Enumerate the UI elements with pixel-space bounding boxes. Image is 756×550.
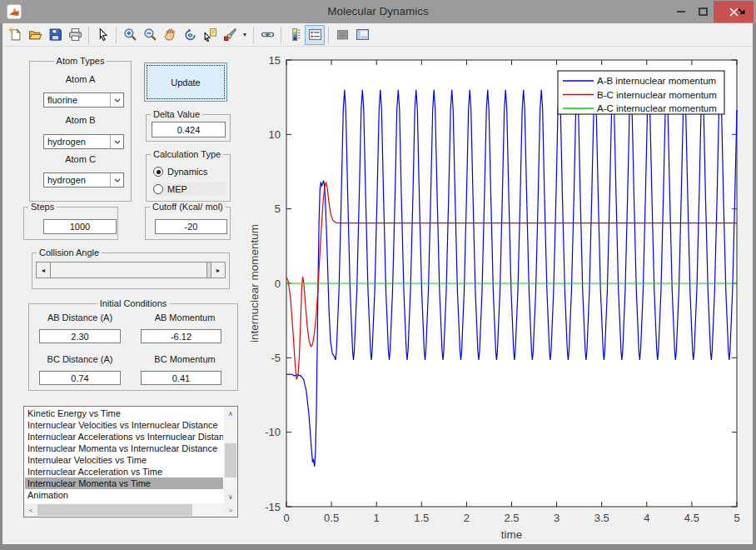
insert-legend-button[interactable]	[305, 25, 325, 45]
delta-value-field[interactable]	[152, 122, 226, 138]
horizontal-scrollbar[interactable]: < >	[24, 503, 237, 517]
window-frame	[0, 23, 2, 550]
plot-type-listbox: Kinetic Energy vs TimeInternuclear Veloc…	[23, 406, 238, 518]
y-tick-label: -10	[265, 426, 281, 438]
plot-list-item[interactable]: Internuclear Acceleration vs Time	[25, 466, 223, 478]
y-tick-label: -15	[265, 501, 281, 513]
x-tick-label: 0.5	[324, 512, 339, 524]
atom-a-dropdown[interactable]: fluorine	[43, 92, 124, 108]
x-tick-label: 2.5	[504, 512, 519, 524]
cutoff-field[interactable]	[155, 219, 227, 234]
horizontal-scrollbar-thumb[interactable]	[37, 504, 192, 516]
chevron-down-icon	[110, 173, 123, 187]
ab-distance-field[interactable]	[39, 329, 121, 343]
plot-list-item[interactable]: Internuclear Momenta vs Internuclear Dis…	[25, 442, 223, 454]
dynamics-radio[interactable]: Dynamics	[153, 165, 207, 178]
zoom-in-button[interactable]	[120, 25, 140, 45]
atom-b-dropdown[interactable]: hydrogen	[43, 134, 124, 149]
x-tick-label: 1.5	[414, 512, 429, 524]
toolbar-separator	[88, 27, 89, 43]
toolbar-separator	[328, 27, 329, 43]
brush-dropdown-button[interactable]: ▾	[240, 25, 250, 45]
link-plots-button[interactable]	[257, 25, 277, 45]
scroll-down-icon[interactable]: ∨	[224, 490, 237, 503]
overflow-arrow-icon	[736, 5, 748, 17]
steps-panel: Steps	[23, 207, 118, 240]
x-tick-label: 3.5	[594, 512, 609, 524]
delta-value-title: Delta Value	[151, 109, 202, 119]
update-button[interactable]: Update	[144, 62, 227, 102]
insert-colorbar-icon	[288, 28, 302, 42]
vertical-scrollbar[interactable]: ∧ ∨	[224, 407, 237, 503]
plot-list-item[interactable]: Kinetic Energy vs Time	[25, 408, 223, 419]
bc-distance-label: BC Distance (A)	[29, 354, 131, 364]
data-cursor-button[interactable]	[200, 25, 220, 45]
zoom-out-button[interactable]	[140, 25, 160, 45]
x-tick-label: 3	[554, 512, 560, 524]
new-file-icon	[8, 28, 22, 42]
atom-c-value: hydrogen	[44, 175, 110, 185]
toolbar-overflow-button[interactable]	[736, 5, 748, 17]
maximize-icon	[699, 8, 708, 16]
print-icon	[68, 28, 82, 42]
y-tick-label: 0	[275, 278, 281, 290]
legend-label: A-B internuclear momentum	[597, 76, 716, 86]
plot-list-item[interactable]: Internulear Velocities vs Time	[25, 454, 223, 466]
y-axis-label: internuclear momentum	[248, 224, 261, 342]
title-bar: Molecular Dynamics	[0, 0, 756, 23]
atom-c-dropdown[interactable]: hydrogen	[43, 172, 124, 188]
rotate-3d-icon	[183, 28, 197, 42]
steps-title: Steps	[28, 202, 57, 212]
radio-unselected-icon	[153, 184, 163, 194]
plot-list-item[interactable]: Internuclear Velocities vs Internuclear …	[25, 419, 223, 431]
atom-types-title: Atom Types	[54, 56, 107, 66]
vertical-scrollbar-thumb[interactable]	[225, 443, 236, 478]
y-tick-label: 10	[269, 128, 281, 141]
zoom-out-icon	[143, 28, 157, 42]
rotate-3d-button[interactable]	[180, 25, 200, 45]
ab-momentum-field[interactable]	[141, 329, 221, 343]
x-tick-label: 4.5	[684, 512, 699, 524]
plot-list-item[interactable]: Internuclear Momenta vs Time	[25, 478, 223, 489]
brush-button[interactable]	[220, 25, 240, 45]
legend-label: B-C internuclear momentum	[597, 90, 717, 100]
steps-field[interactable]	[43, 219, 117, 234]
plot-list-item[interactable]: Internuclear Accelerations vs Internucle…	[25, 431, 223, 442]
new-file-button[interactable]	[5, 25, 25, 45]
link-plots-icon	[261, 28, 275, 42]
toolbar-separator	[281, 27, 281, 43]
bc-distance-field[interactable]	[39, 371, 121, 385]
edit-cursor-button[interactable]	[92, 25, 112, 45]
figure-area: Atom Types Atom A fluorine Atom B hydrog…	[0, 47, 756, 544]
edit-cursor-icon	[96, 28, 110, 42]
insert-colorbar-button[interactable]	[285, 25, 305, 45]
print-button[interactable]	[65, 25, 85, 45]
mep-radio[interactable]: MEP	[153, 182, 226, 196]
plot-list-item[interactable]: Animation	[25, 489, 223, 501]
slider-right-arrow-icon[interactable]: ►	[211, 262, 225, 278]
maximize-button[interactable]	[693, 1, 713, 22]
hide-plot-tools-button[interactable]	[332, 25, 352, 45]
scroll-left-icon[interactable]: <	[24, 503, 37, 517]
x-tick-label: 4	[644, 512, 649, 524]
slider-left-arrow-icon[interactable]: ◄	[37, 262, 51, 278]
pan-icon	[163, 28, 177, 42]
window-title: Molecular Dynamics	[0, 5, 756, 18]
collision-angle-slider[interactable]: ◄ ►	[36, 262, 226, 278]
cutoff-title: Cutoff (Kcal/ mol)	[150, 202, 226, 212]
x-tick-label: 1	[374, 512, 380, 524]
open-folder-button[interactable]	[25, 25, 45, 45]
insert-legend-icon	[308, 28, 322, 42]
atom-a-label: Atom A	[30, 74, 131, 84]
bc-momentum-field[interactable]	[141, 371, 221, 385]
pan-button[interactable]	[160, 25, 180, 45]
ab-momentum-label: AB Momentum	[134, 312, 236, 322]
save-icon	[48, 28, 62, 42]
scroll-up-icon[interactable]: ∧	[224, 407, 237, 420]
minimize-button[interactable]	[671, 1, 691, 22]
slider-thumb[interactable]	[51, 262, 207, 278]
save-button[interactable]	[45, 25, 65, 45]
show-plot-tools-icon	[356, 28, 370, 42]
scroll-right-icon[interactable]: >	[224, 503, 237, 517]
show-plot-tools-button[interactable]	[352, 25, 372, 45]
